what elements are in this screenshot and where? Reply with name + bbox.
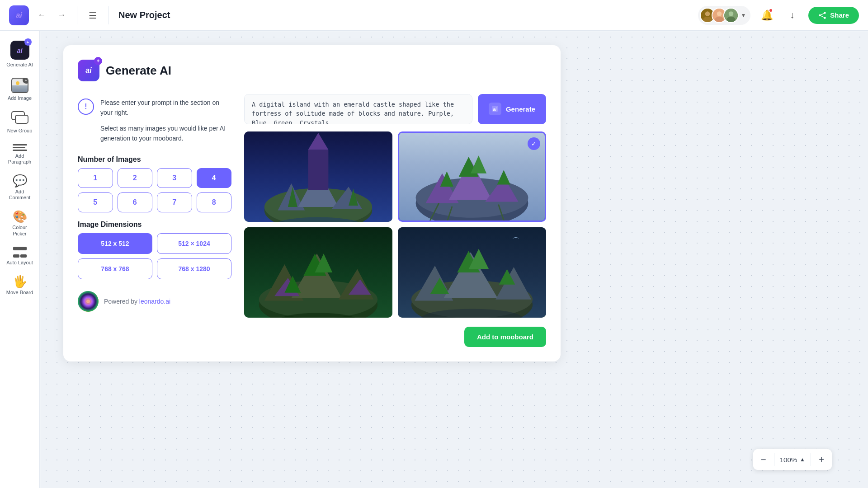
ai-gen-icon: ai — [491, 105, 499, 113]
zoom-out-button[interactable]: − — [753, 449, 774, 470]
num-images-section: Number of Images 1 2 3 4 5 6 7 8 — [78, 155, 231, 212]
paragraph-icon — [13, 144, 27, 151]
num-btn-5[interactable]: 5 — [78, 192, 113, 212]
dim-btn-512x512[interactable]: 512 x 512 — [78, 233, 152, 254]
dim-btn-512x1024[interactable]: 512 × 1024 — [157, 233, 231, 254]
image-grid: ✓ — [244, 131, 546, 318]
num-btn-8[interactable]: 8 — [197, 192, 232, 212]
num-btn-3[interactable]: 3 — [157, 168, 192, 188]
avatar-chevron-icon: ▼ — [741, 12, 746, 19]
generate-ai-panel: ai + Generate AI ! Please enter your pro… — [63, 45, 561, 361]
sidebar-generate-ai-label: Generate AI — [6, 62, 33, 68]
zoom-level-display: 100% ▲ — [774, 456, 811, 464]
generate-button[interactable]: ai Generate — [478, 94, 546, 124]
info-section: ! Please enter your prompt in the sectio… — [78, 94, 231, 147]
svg-rect-25 — [308, 150, 329, 190]
svg-line-13 — [821, 15, 824, 17]
svg-point-5 — [715, 16, 724, 23]
header-divider — [77, 6, 77, 24]
panel-header: ai + Generate AI — [78, 60, 546, 81]
svg-point-4 — [717, 11, 722, 16]
dim-btn-768x768[interactable]: 768 x 768 — [78, 258, 152, 279]
num-btn-2[interactable]: 2 — [118, 168, 153, 188]
colour-picker-icon: 🎨 — [13, 211, 27, 222]
info-line-2: Select as many images you would like per… — [100, 123, 231, 144]
num-btn-7[interactable]: 7 — [157, 192, 192, 212]
project-title: New Project — [118, 10, 170, 20]
svg-point-2 — [703, 16, 712, 23]
share-button[interactable]: Share — [808, 7, 859, 24]
svg-point-1 — [705, 11, 710, 16]
zoom-in-button[interactable]: + — [811, 449, 832, 470]
generated-image-3[interactable] — [244, 227, 392, 318]
sidebar-item-new-group[interactable]: New Group — [4, 107, 36, 137]
info-text: Please enter your prompt in the section … — [100, 98, 231, 144]
comment-icon: 💬 — [13, 175, 27, 187]
sidebar-item-add-paragraph[interactable]: Add Paragraph — [4, 140, 36, 169]
num-btn-4[interactable]: 4 — [197, 168, 232, 188]
image-1-svg — [244, 131, 392, 222]
back-button[interactable]: ← — [34, 8, 49, 23]
sidebar-item-add-image[interactable]: + Add Image — [4, 73, 36, 105]
panel-ai-logo: ai + — [78, 60, 99, 81]
share-icon — [818, 11, 826, 19]
sidebar-add-image-label: Add Image — [8, 95, 32, 101]
generated-image-4[interactable] — [398, 227, 546, 318]
generated-image-2[interactable]: ✓ — [398, 131, 546, 222]
auto-layout-icon — [13, 247, 27, 258]
prompt-input[interactable]: A digital island with an emerald castle … — [244, 94, 472, 124]
notification-badge — [769, 8, 773, 13]
sidebar-auto-layout-label: Auto Layout — [6, 260, 33, 266]
dimensions-grid: 512 x 512 512 × 1024 768 x 768 768 x 128… — [78, 233, 231, 279]
num-btn-1[interactable]: 1 — [78, 168, 113, 188]
leonardo-link[interactable]: leonardo.ai — [139, 298, 170, 305]
avatar-group[interactable]: ▼ — [698, 6, 750, 25]
sidebar-new-group-label: New Group — [7, 128, 33, 134]
dim-btn-768x1280[interactable]: 768 x 1280 — [157, 258, 231, 279]
generate-btn-label: Generate — [506, 105, 535, 113]
selected-badge-2: ✓ — [528, 137, 540, 150]
sidebar-move-board-label: Move Board — [6, 290, 33, 296]
svg-text:ai: ai — [493, 107, 496, 112]
powered-by-section: Powered by leonardo.ai — [78, 291, 231, 312]
svg-point-7 — [729, 11, 734, 16]
image-2-svg — [399, 133, 545, 221]
sidebar-item-move-board[interactable]: 🖐 Move Board — [4, 271, 36, 299]
generate-ai-icon: ai + — [10, 41, 29, 60]
avatar-3 — [723, 8, 739, 23]
mooboard-btn-wrap: Add to mooboard — [244, 327, 546, 347]
header-right: ▼ 🔔 ↓ Share — [698, 6, 859, 25]
forward-button[interactable]: → — [54, 8, 69, 23]
num-images-grid: 1 2 3 4 5 6 7 8 — [78, 168, 231, 212]
image-dimensions-section: Image Dimensions 512 x 512 512 × 1024 76… — [78, 221, 231, 279]
panel-title: Generate AI — [106, 64, 171, 78]
ai-plus-badge: + — [24, 38, 32, 46]
app-logo[interactable]: ai — [9, 5, 29, 25]
sidebar-add-comment-label: Add Comment — [6, 189, 33, 201]
zoom-up-icon[interactable]: ▲ — [800, 456, 805, 463]
powered-text: Powered by leonardo.ai — [104, 298, 170, 305]
generate-btn-icon: ai — [489, 103, 501, 115]
info-icon: ! — [78, 99, 94, 115]
sidebar-item-add-comment[interactable]: 💬 Add Comment — [4, 170, 36, 204]
header-divider-2 — [108, 6, 108, 24]
right-panel: A digital island with an emerald castle … — [244, 94, 546, 347]
sidebar-item-generate-ai[interactable]: ai + Generate AI — [4, 36, 36, 71]
add-to-mooboard-button[interactable]: Add to mooboard — [464, 327, 546, 347]
info-line-1: Please enter your prompt in the section … — [100, 98, 231, 118]
content-body: ! Please enter your prompt in the sectio… — [78, 94, 546, 347]
num-btn-6[interactable]: 6 — [118, 192, 153, 212]
image-4-svg — [398, 227, 546, 318]
menu-button[interactable]: ☰ — [85, 8, 100, 23]
sidebar-item-auto-layout[interactable]: Auto Layout — [4, 242, 36, 269]
add-image-icon: + — [11, 78, 28, 93]
sidebar-item-colour-picker[interactable]: 🎨 Colour Picker — [4, 206, 36, 240]
sidebar: ai + Generate AI + Add Image New Group A… — [0, 31, 40, 488]
leonardo-avatar — [78, 291, 99, 312]
generated-image-1[interactable] — [244, 131, 392, 222]
svg-point-8 — [727, 16, 736, 23]
notifications-button[interactable]: 🔔 — [758, 6, 776, 24]
dimensions-title: Image Dimensions — [78, 221, 231, 229]
header: ai ← → ☰ New Project — [0, 0, 868, 31]
download-button[interactable]: ↓ — [783, 6, 801, 24]
